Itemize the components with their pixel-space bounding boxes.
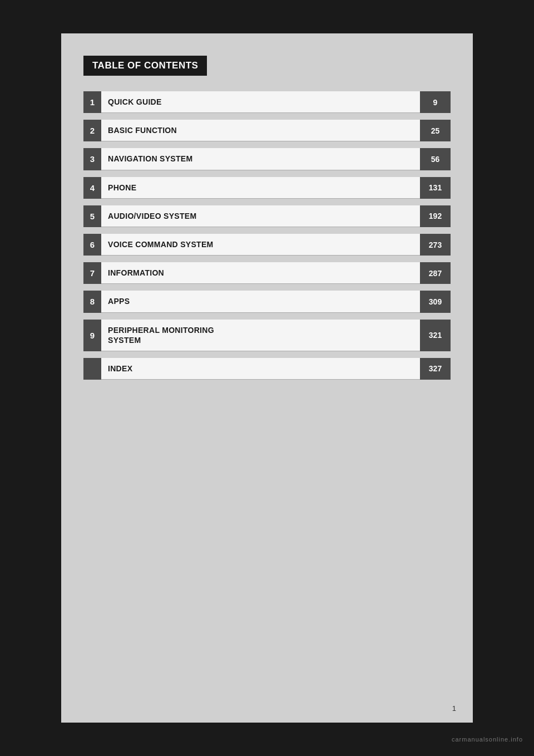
toc-entry-label-wrap: NAVIGATION SYSTEM [101, 148, 420, 170]
toc-entry-label: AUDIO/VIDEO SYSTEM [108, 211, 196, 221]
toc-entry-page: 9 [420, 91, 451, 113]
toc-entry-label: APPS [108, 296, 130, 306]
toc-container: 1QUICK GUIDE92BASIC FUNCTION253NAVIGATIO… [83, 91, 451, 380]
page-number: 1 [452, 704, 456, 713]
toc-entry-label-wrap: INFORMATION [101, 262, 420, 284]
toc-entry-page: 287 [420, 262, 451, 284]
toc-entry-number: 3 [83, 148, 101, 170]
toc-entry-label-wrap: AUDIO/VIDEO SYSTEM [101, 205, 420, 227]
toc-row: 4PHONE131 [83, 177, 451, 199]
toc-row: INDEX327 [83, 358, 451, 380]
toc-entry-label: BASIC FUNCTION [108, 125, 177, 135]
toc-entry-label: PHONE [108, 183, 136, 193]
toc-entry-label: PERIPHERAL MONITORINGSYSTEM [108, 325, 214, 345]
toc-entry-label-wrap: PHONE [101, 177, 420, 199]
toc-entry-label-wrap: BASIC FUNCTION [101, 120, 420, 141]
toc-entry-label: QUICK GUIDE [108, 97, 162, 107]
toc-entry-page: 321 [420, 320, 451, 351]
watermark-text: carmanualsonline.info [452, 736, 523, 743]
toc-entry-page: 25 [420, 120, 451, 141]
bottom-bar: carmanualsonline.info [0, 723, 534, 756]
toc-title: TABLE OF CONTENTS [83, 56, 207, 76]
toc-entry-label-wrap: PERIPHERAL MONITORINGSYSTEM [101, 320, 420, 351]
page-content: TABLE OF CONTENTS 1QUICK GUIDE92BASIC FU… [61, 33, 473, 723]
toc-entry-label-wrap: INDEX [101, 358, 420, 380]
toc-row: 6VOICE COMMAND SYSTEM273 [83, 234, 451, 256]
toc-entry-number: 5 [83, 205, 101, 227]
toc-entry-label: VOICE COMMAND SYSTEM [108, 239, 214, 249]
toc-row: 2BASIC FUNCTION25 [83, 120, 451, 141]
toc-entry-number: 9 [83, 320, 101, 351]
toc-entry-number: 2 [83, 120, 101, 141]
toc-entry-number: 6 [83, 234, 101, 256]
toc-row: 8APPS309 [83, 291, 451, 312]
toc-entry-page: 131 [420, 177, 451, 199]
toc-row: 3NAVIGATION SYSTEM56 [83, 148, 451, 170]
toc-entry-page: 327 [420, 358, 451, 380]
toc-entry-page: 309 [420, 291, 451, 312]
toc-entry-number: 1 [83, 91, 101, 113]
toc-entry-label-wrap: QUICK GUIDE [101, 91, 420, 113]
toc-entry-label: INFORMATION [108, 268, 164, 278]
toc-entry-number: 8 [83, 291, 101, 312]
toc-row: 7INFORMATION287 [83, 262, 451, 284]
toc-entry-page: 273 [420, 234, 451, 256]
toc-row: 9PERIPHERAL MONITORINGSYSTEM321 [83, 320, 451, 351]
toc-row: 5AUDIO/VIDEO SYSTEM192 [83, 205, 451, 227]
toc-entry-label: NAVIGATION SYSTEM [108, 154, 192, 164]
toc-entry-label-wrap: VOICE COMMAND SYSTEM [101, 234, 420, 256]
toc-entry-number: 7 [83, 262, 101, 284]
toc-entry-number: 4 [83, 177, 101, 199]
toc-entry-number [83, 358, 101, 380]
toc-entry-label: INDEX [108, 364, 132, 374]
toc-entry-page: 56 [420, 148, 451, 170]
toc-entry-label-wrap: APPS [101, 291, 420, 312]
toc-entry-page: 192 [420, 205, 451, 227]
toc-row: 1QUICK GUIDE9 [83, 91, 451, 113]
